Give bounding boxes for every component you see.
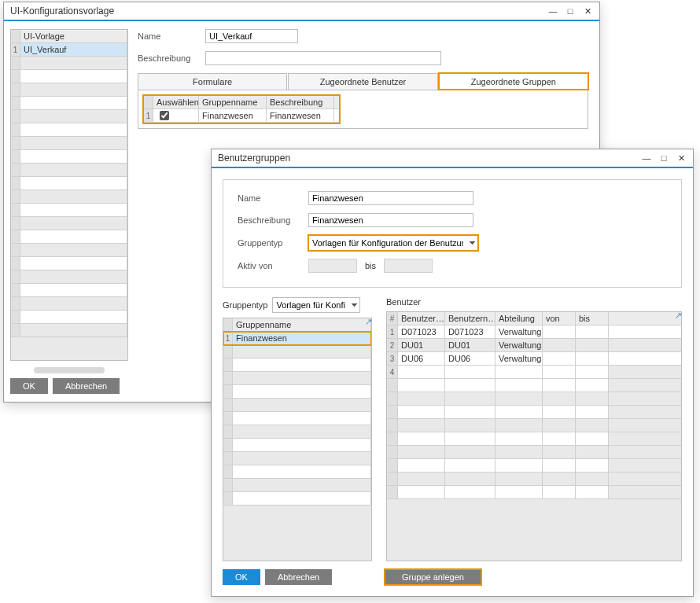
close-icon[interactable]: ✕ (674, 152, 688, 164)
user-groups-window: Benutzergruppen — □ ✕ Name Beschreibung … (211, 149, 694, 597)
description-label: Beschreibung (238, 215, 308, 225)
grouptype-select[interactable]: Vorlagen für Konfiguration der Benutzur (308, 235, 478, 251)
window-title: Benutzergruppen (218, 153, 290, 164)
titlebar[interactable]: UI-Konfigurationsvorlage — □ ✕ (4, 2, 599, 21)
group-grid-header: Auswählen Gruppenname Beschreibung (144, 96, 339, 109)
create-group-button[interactable]: Gruppe anlegen (385, 569, 481, 585)
template-grid-header: UI-Vorlage (11, 30, 127, 43)
maximize-icon[interactable]: □ (657, 152, 671, 164)
window-controls: — □ ✕ (639, 152, 688, 164)
name-label: Name (238, 193, 308, 203)
users-title: Benutzer (386, 297, 421, 307)
grouptype-filter-label: Gruppentyp (223, 300, 267, 310)
template-grid-row[interactable]: 1 UI_Verkauf (11, 43, 127, 57)
template-grid[interactable]: UI-Vorlage 1 UI_Verkauf (10, 29, 128, 361)
grouptype-label: Gruppentyp (238, 238, 308, 248)
scrollbar-horizontal[interactable] (34, 367, 105, 373)
tab-forms[interactable]: Formulare (138, 73, 287, 90)
minimize-icon[interactable]: — (639, 152, 654, 164)
activefrom-label: Aktiv von (238, 261, 308, 270)
group-select-checkbox[interactable] (160, 111, 169, 120)
expand-icon[interactable]: ↗ (672, 310, 683, 321)
template-list-panel: UI-Vorlage 1 UI_Verkauf (4, 21, 134, 402)
description-input[interactable] (205, 51, 441, 65)
tab-assigned-users[interactable]: Zugeordnete Benutzer (288, 73, 437, 90)
cancel-button[interactable]: Abbrechen (53, 378, 120, 394)
tab-assigned-groups[interactable]: Zugeordnete Gruppen (439, 73, 588, 90)
description-input[interactable] (308, 213, 473, 227)
until-label: bis (365, 261, 376, 270)
activeto-input[interactable] (384, 259, 433, 273)
cancel-button[interactable]: Abbrechen (265, 569, 332, 585)
name-input[interactable] (205, 29, 298, 43)
window-controls: — □ ✕ (546, 5, 595, 17)
ok-button[interactable]: OK (223, 569, 260, 585)
tab-panel-assigned-groups: Auswählen Gruppenname Beschreibung 1 Fin… (138, 90, 588, 129)
name-input[interactable] (308, 191, 473, 205)
activefrom-input[interactable] (308, 259, 357, 273)
tabbar: Formulare Zugeordnete Benutzer Zugeordne… (138, 73, 588, 90)
users-grid-row[interactable]: 2 DU01 DU01 Verwaltung (387, 339, 681, 352)
ok-button[interactable]: OK (10, 378, 48, 394)
groupname-grid-row[interactable]: 1 Finanzwesen (223, 332, 371, 345)
groupname-grid[interactable]: Gruppenname 1 Finanzwesen (223, 318, 372, 561)
close-icon[interactable]: ✕ (580, 5, 595, 17)
maximize-icon[interactable]: □ (563, 5, 577, 17)
minimize-icon[interactable]: — (546, 5, 560, 17)
users-grid-row[interactable]: 1 D071023 D071023 Verwaltung (387, 325, 681, 339)
group-form: Name Beschreibung Gruppentyp Vorlagen fü… (223, 179, 682, 288)
name-label: Name (138, 31, 205, 41)
groupname-grid-header: Gruppenname (223, 318, 371, 332)
description-label: Beschreibung (138, 53, 205, 63)
group-grid-row[interactable]: 1 Finanzwesen Finanzwesen (144, 109, 339, 123)
users-grid[interactable]: # Benutzer… Benutzern… Abteilung von bis… (386, 311, 682, 561)
users-grid-header: # Benutzer… Benutzern… Abteilung von bis (387, 312, 681, 325)
window-title: UI-Konfigurationsvorlage (10, 6, 114, 17)
group-grid[interactable]: Auswählen Gruppenname Beschreibung 1 Fin… (143, 95, 340, 123)
users-grid-row[interactable]: 4 (387, 366, 681, 379)
expand-icon[interactable]: ↗ (363, 316, 374, 327)
titlebar[interactable]: Benutzergruppen — □ ✕ (212, 149, 693, 168)
users-grid-row[interactable]: 3 DU06 DU06 Verwaltung (387, 352, 681, 366)
grouptype-filter-select[interactable]: Vorlagen für Konfig (272, 297, 360, 313)
